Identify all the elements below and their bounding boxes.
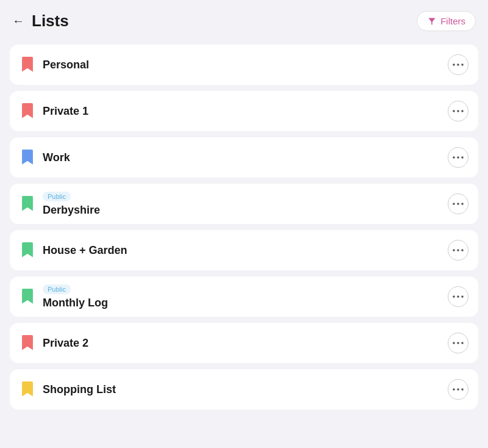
svg-marker-0 <box>429 18 436 24</box>
ellipsis-icon <box>453 338 464 349</box>
list-item[interactable]: Public Monthly Log <box>10 276 478 317</box>
svg-point-8 <box>457 156 459 159</box>
list-item-left: Private 1 <box>20 103 88 119</box>
list-item[interactable]: Shopping List <box>10 369 478 410</box>
header-left: ← Lists <box>12 12 69 31</box>
list-item-left: Private 2 <box>20 335 88 351</box>
bookmark-icon <box>20 57 35 73</box>
svg-point-1 <box>453 63 455 66</box>
list-item-content: Private 2 <box>43 337 88 350</box>
list-item-label: Private 1 <box>43 105 88 118</box>
list-item-left: Shopping List <box>20 381 116 397</box>
list-item-content: House + Garden <box>43 244 127 257</box>
list-item[interactable]: Personal <box>10 45 478 85</box>
svg-point-11 <box>457 203 459 205</box>
svg-point-9 <box>461 156 464 159</box>
more-options-button[interactable] <box>448 286 468 307</box>
svg-point-13 <box>453 249 455 251</box>
list-item[interactable]: Work <box>10 137 478 178</box>
svg-point-4 <box>453 110 455 112</box>
bookmark-icon <box>20 103 35 119</box>
svg-point-16 <box>453 295 455 298</box>
svg-point-6 <box>461 110 464 112</box>
ellipsis-icon <box>453 198 464 209</box>
list-item-label: Monthly Log <box>43 297 108 309</box>
list-item-content: Shopping List <box>43 383 116 396</box>
svg-point-18 <box>461 295 464 298</box>
list-item-content: Personal <box>43 59 89 71</box>
more-options-button[interactable] <box>448 333 468 353</box>
svg-point-23 <box>457 388 459 391</box>
svg-point-15 <box>461 249 464 251</box>
filter-label: Filters <box>440 16 465 26</box>
ellipsis-icon <box>453 152 464 163</box>
bookmark-icon <box>20 381 35 397</box>
list-item-content: Work <box>43 151 70 164</box>
bookmark-icon <box>20 150 35 165</box>
svg-point-24 <box>461 388 464 391</box>
svg-point-21 <box>461 342 464 344</box>
more-options-button[interactable] <box>448 147 468 168</box>
list-item-left: Work <box>20 150 70 165</box>
list-item-label: Work <box>43 151 70 164</box>
more-options-button[interactable] <box>448 240 468 261</box>
list-item-label: Personal <box>43 59 89 71</box>
public-badge: Public <box>43 284 71 294</box>
list-item[interactable]: House + Garden <box>10 230 478 270</box>
svg-point-12 <box>461 203 464 205</box>
list-item[interactable]: Private 1 <box>10 91 478 131</box>
list-item-label: House + Garden <box>43 244 127 257</box>
ellipsis-icon <box>453 291 464 302</box>
back-button[interactable]: ← <box>12 14 24 28</box>
svg-point-2 <box>457 63 459 66</box>
list-item-label: Shopping List <box>43 383 116 396</box>
more-options-button[interactable] <box>448 54 468 75</box>
ellipsis-icon <box>453 245 464 256</box>
list-item-content: Public Monthly Log <box>43 284 108 309</box>
list-item-left: House + Garden <box>20 242 127 258</box>
more-options-button[interactable] <box>448 193 468 214</box>
list-item-content: Public Derbyshire <box>43 192 100 217</box>
public-badge: Public <box>43 192 71 201</box>
svg-point-20 <box>457 342 459 344</box>
filter-icon <box>427 16 437 26</box>
lists-container: Personal Private 1 <box>0 40 488 414</box>
list-item[interactable]: Public Derbyshire <box>10 184 478 224</box>
ellipsis-icon <box>453 384 464 395</box>
svg-point-5 <box>457 110 459 112</box>
svg-point-3 <box>461 63 464 66</box>
list-item-label: Private 2 <box>43 337 88 350</box>
svg-point-19 <box>453 342 455 344</box>
bookmark-icon <box>20 335 35 351</box>
list-item-left: Public Monthly Log <box>20 284 108 309</box>
more-options-button[interactable] <box>448 101 468 121</box>
list-item-content: Private 1 <box>43 105 88 118</box>
svg-point-10 <box>453 203 455 205</box>
filter-button[interactable]: Filters <box>417 11 476 31</box>
bookmark-icon <box>20 196 35 212</box>
ellipsis-icon <box>453 59 464 70</box>
svg-point-14 <box>457 249 459 251</box>
more-options-button[interactable] <box>448 379 468 400</box>
list-item[interactable]: Private 2 <box>10 323 478 363</box>
page-title: Lists <box>32 12 69 31</box>
bookmark-icon <box>20 289 35 305</box>
list-item-left: Public Derbyshire <box>20 192 100 217</box>
svg-point-17 <box>457 295 459 298</box>
svg-point-22 <box>453 388 455 391</box>
svg-point-7 <box>453 156 455 159</box>
page-header: ← Lists Filters <box>0 0 488 40</box>
bookmark-icon <box>20 242 35 258</box>
list-item-label: Derbyshire <box>43 204 100 217</box>
ellipsis-icon <box>453 106 464 117</box>
list-item-left: Personal <box>20 57 89 73</box>
